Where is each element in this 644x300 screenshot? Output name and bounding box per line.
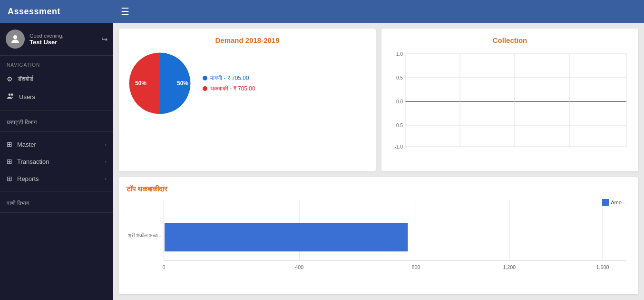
svg-point-1: [9, 93, 11, 96]
collection-card: Collection 1.0 0.5 0.0 -0.5 -1.0: [381, 29, 638, 171]
demand-legend: मागणी - ₹ 705.00 थकबाकी - ₹ 705.00: [203, 75, 255, 92]
sidebar-item-master[interactable]: ⊞ Master ‹: [0, 136, 113, 153]
master-label: Master: [17, 141, 36, 148]
svg-text:1,600: 1,600: [596, 264, 609, 270]
svg-text:400: 400: [295, 264, 303, 270]
legend-dot-blue: [203, 76, 207, 80]
legend-item-demand: मागणी - ₹ 705.00: [203, 75, 255, 81]
svg-text:0: 0: [163, 264, 166, 270]
svg-point-2: [11, 93, 13, 96]
sidebar-item-transaction[interactable]: ⊞ Transaction ‹: [0, 153, 113, 170]
svg-text:Jul 2018: Jul 2018: [478, 150, 496, 150]
svg-text:-1.0: -1.0: [395, 144, 403, 150]
svg-text:Jan 2019: Jan 2019: [588, 150, 608, 150]
dashboard-label: डॅशबोर्ड: [18, 75, 33, 83]
chevron-right-icon: ‹: [105, 141, 107, 147]
demand-pie-chart: 50% 50%: [127, 50, 193, 117]
svg-text:1.0: 1.0: [396, 51, 403, 57]
grid2-icon: ⊞: [7, 158, 12, 165]
svg-text:1,200: 1,200: [503, 264, 516, 270]
svg-text:-0.5: -0.5: [395, 123, 403, 128]
collection-title: Collection: [389, 36, 631, 44]
top-header: ☰: [113, 0, 644, 23]
legend-text-demand: मागणी - ₹ 705.00: [210, 75, 249, 81]
user-greeting: Good evening,: [29, 33, 101, 39]
demand-title: Demand 2018-2019: [127, 36, 368, 44]
demand-card: Demand 2018-2019 50%: [119, 29, 376, 171]
hamburger-icon[interactable]: ☰: [121, 6, 129, 17]
svg-text:0.5: 0.5: [396, 75, 403, 80]
grid3-icon: ⊞: [7, 175, 12, 182]
pie-label-right: 50%: [177, 80, 188, 87]
section1-heading: घरपट्टी विभाग: [0, 114, 113, 128]
users-label: Users: [19, 93, 35, 100]
svg-rect-30: [165, 223, 407, 251]
defaulters-card: टॉप थकबाकीदार Amo... श्री शकील अब्बा...: [119, 177, 638, 294]
defaulters-title: टॉप थकबाकीदार: [127, 185, 631, 193]
logout-icon[interactable]: ↪: [101, 35, 107, 44]
user-info: Good evening, Test User: [29, 33, 101, 46]
app-title: Assessment: [0, 0, 113, 23]
svg-text:Oct 2018: Oct 2018: [532, 150, 552, 150]
svg-text:श्री शकील अब्बा...: श्री शकील अब्बा...: [127, 232, 162, 239]
legend-item-outstanding: थकबाकी - ₹ 705.00: [203, 85, 255, 92]
gear-icon: ⚙: [7, 75, 13, 83]
chevron-right2-icon: ‹: [105, 159, 107, 164]
svg-text:800: 800: [412, 264, 420, 270]
nav-label: NAVIGATION: [0, 56, 113, 70]
bar-legend-label: Amo...: [611, 200, 626, 205]
bar-legend-box: [602, 199, 609, 206]
legend-dot-red: [203, 86, 207, 91]
chevron-right3-icon: ‹: [105, 176, 107, 181]
collection-chart: 1.0 0.5 0.0 -0.5 -1.0: [389, 50, 631, 155]
user-section: Good evening, Test User ↪: [0, 23, 113, 56]
pie-label-left: 50%: [135, 80, 146, 87]
svg-text:0.0: 0.0: [396, 99, 403, 104]
legend-text-outstanding: थकबाकी - ₹ 705.00: [210, 85, 255, 92]
user-name: Test User: [29, 39, 101, 46]
bar-legend: Amo...: [602, 199, 626, 206]
reports-label: Reports: [17, 175, 39, 182]
section2-heading: पाणी विभाग: [0, 195, 113, 209]
sidebar-item-users[interactable]: Users: [0, 88, 113, 106]
users-icon: [7, 92, 14, 101]
svg-text:Apr 2018: Apr 2018: [423, 150, 442, 150]
transaction-label: Transaction: [17, 158, 49, 165]
content-area: Demand 2018-2019 50%: [113, 23, 644, 300]
grid-icon: ⊞: [7, 140, 12, 148]
svg-point-0: [13, 35, 17, 39]
sidebar-item-reports[interactable]: ⊞ Reports ‹: [0, 170, 113, 187]
sidebar-item-dashboard[interactable]: ⚙ डॅशबोर्ड: [0, 70, 113, 88]
avatar: [6, 30, 25, 49]
